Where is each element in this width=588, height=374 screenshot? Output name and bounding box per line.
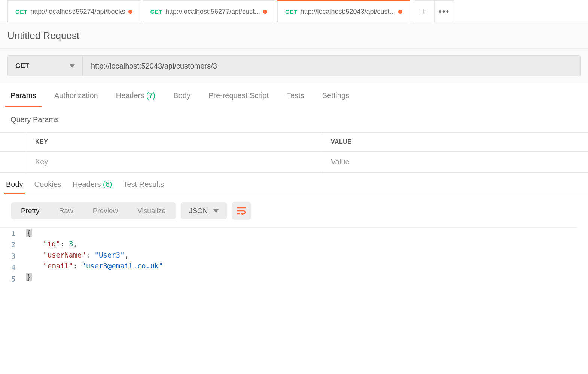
table-row: Key Value <box>0 151 588 172</box>
view-preview[interactable]: Preview <box>83 202 128 219</box>
resp-headers-label: Headers <box>73 180 101 188</box>
chevron-down-icon <box>70 64 75 68</box>
query-params-table: KEY VALUE Key Value <box>0 132 588 173</box>
view-mode-group: Pretty Raw Preview Visualize <box>11 202 176 219</box>
request-tab-2[interactable]: GET http://localhost:52043/api/cust... <box>277 0 410 22</box>
resp-tab-body[interactable]: Body <box>6 180 23 194</box>
body-toolbar: Pretty Raw Preview Visualize JSON <box>0 194 588 227</box>
headers-count: (7) <box>146 91 155 100</box>
tab-settings[interactable]: Settings <box>322 91 349 107</box>
response-body-editor[interactable]: 12345 { "id": 3, "userName": "User3", "e… <box>0 227 577 285</box>
body-format-label: JSON <box>189 207 208 215</box>
request-title[interactable]: Untitled Request <box>0 22 588 49</box>
param-value-input[interactable]: Value <box>322 152 588 172</box>
body-format-select[interactable]: JSON <box>181 202 227 219</box>
tab-headers-label: Headers <box>116 91 144 100</box>
resp-tab-test-results[interactable]: Test Results <box>123 180 164 194</box>
new-tab-button[interactable]: + <box>414 0 434 22</box>
wrap-lines-button[interactable] <box>232 202 251 220</box>
view-pretty[interactable]: Pretty <box>11 202 49 219</box>
resp-tab-cookies[interactable]: Cookies <box>34 180 61 194</box>
more-icon: ••• <box>439 7 450 16</box>
tab-authorization[interactable]: Authorization <box>54 91 98 107</box>
view-visualize[interactable]: Visualize <box>128 202 176 219</box>
request-tab-strip: GET http://localhost:56274/api/books GET… <box>0 0 588 22</box>
query-params-heading: Query Params <box>0 107 588 132</box>
wrap-icon <box>237 207 246 215</box>
method-badge: GET <box>285 9 297 15</box>
line-number-gutter: 12345 <box>11 228 26 285</box>
tab-url: http://localhost:56277/api/cust... <box>165 8 260 16</box>
unsaved-dot-icon <box>128 10 132 14</box>
tab-prerequest[interactable]: Pre-request Script <box>208 91 269 107</box>
tab-url: http://localhost:56274/api/books <box>30 8 125 16</box>
http-method-select[interactable]: GET <box>7 55 82 76</box>
url-text: http://localhost:52043/api/customers/3 <box>91 62 217 70</box>
request-inner-tabs: Params Authorization Headers (7) Body Pr… <box>0 83 588 107</box>
tab-params[interactable]: Params <box>10 91 36 107</box>
request-url-input[interactable]: http://localhost:52043/api/customers/3 <box>82 55 581 76</box>
request-tab-1[interactable]: GET http://localhost:56277/api/cust... <box>143 0 275 22</box>
param-key-input[interactable]: Key <box>26 152 322 172</box>
view-raw[interactable]: Raw <box>49 202 83 219</box>
tab-tests[interactable]: Tests <box>287 91 304 107</box>
key-column-header: KEY <box>26 133 322 151</box>
url-bar: GET http://localhost:52043/api/customers… <box>0 49 588 83</box>
request-tab-0[interactable]: GET http://localhost:56274/api/books <box>7 0 140 22</box>
table-header-row: KEY VALUE <box>0 133 588 151</box>
method-label: GET <box>15 62 29 70</box>
method-badge: GET <box>150 9 162 15</box>
response-tabs: Body Cookies Headers (6) Test Results <box>0 173 588 194</box>
row-handle[interactable] <box>0 152 26 172</box>
row-handle-column <box>0 133 26 151</box>
response-body-code[interactable]: { "id": 3, "userName": "User3", "email":… <box>26 228 163 285</box>
tab-url: http://localhost:52043/api/cust... <box>300 8 395 16</box>
unsaved-dot-icon <box>263 10 267 14</box>
tab-overflow-button[interactable]: ••• <box>434 0 454 22</box>
plus-icon: + <box>421 6 427 18</box>
chevron-down-icon <box>213 209 219 213</box>
method-badge: GET <box>15 9 27 15</box>
resp-headers-count: (6) <box>103 180 112 188</box>
tab-headers[interactable]: Headers (7) <box>116 91 156 107</box>
unsaved-dot-icon <box>398 10 402 14</box>
tab-body[interactable]: Body <box>173 91 191 107</box>
resp-tab-headers[interactable]: Headers (6) <box>73 180 112 194</box>
value-column-header: VALUE <box>322 133 588 151</box>
